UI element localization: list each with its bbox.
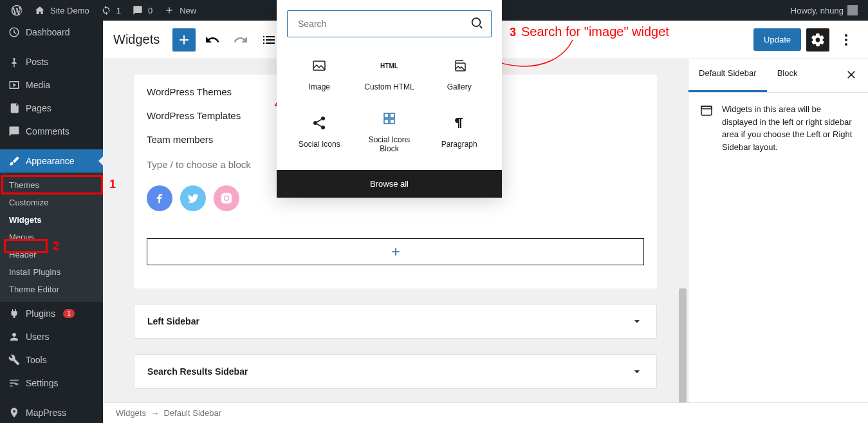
site-name-label: Site Demo bbox=[50, 6, 89, 15]
comments-count: 0 bbox=[148, 6, 152, 15]
comments-ab[interactable]: 0 bbox=[126, 0, 158, 21]
updates[interactable]: 1 bbox=[95, 0, 126, 21]
search-icon bbox=[470, 16, 484, 21]
home-icon bbox=[33, 4, 46, 17]
wordpress-icon bbox=[10, 4, 23, 17]
comment-icon bbox=[131, 4, 144, 17]
search-input[interactable] bbox=[287, 10, 492, 21]
wp-logo[interactable] bbox=[5, 0, 28, 21]
new-content[interactable]: New bbox=[158, 0, 201, 21]
my-account[interactable]: Howdy, nhung bbox=[786, 0, 863, 21]
updates-icon bbox=[100, 4, 113, 17]
new-label: New bbox=[180, 6, 196, 15]
howdy-label: Howdy, nhung bbox=[791, 6, 844, 15]
avatar bbox=[847, 5, 858, 15]
block-inserter: Image HTMLCustom HTML Gallery Social Ico… bbox=[277, 0, 502, 21]
plus-icon bbox=[163, 4, 176, 17]
updates-count: 1 bbox=[116, 6, 121, 15]
site-name[interactable]: Site Demo bbox=[28, 0, 95, 21]
svg-point-5 bbox=[472, 18, 481, 21]
